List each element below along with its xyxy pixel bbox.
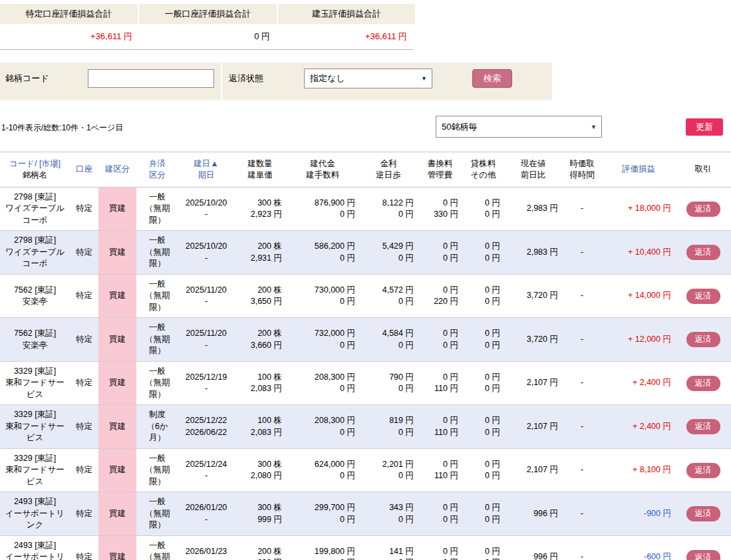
- repay-button[interactable]: 返済: [686, 245, 720, 260]
- column-header-price-time: 時価取得時間: [562, 152, 602, 188]
- repay-button[interactable]: 返済: [686, 506, 720, 521]
- cell-amount-fee: 732,000 円 0 円: [286, 318, 359, 362]
- column-header-rewrite-fee: 書換料管理費: [418, 152, 462, 188]
- cell-account: 特定: [70, 187, 98, 231]
- cell-current-price: 2,107 円: [504, 361, 562, 405]
- cell-rewrite-mgmt: 0 円 220 円: [418, 274, 462, 318]
- column-header-pnl[interactable]: 評価損益: [602, 152, 675, 188]
- repay-button[interactable]: 返済: [686, 550, 720, 560]
- stock-lending-fee: 0 円: [466, 459, 500, 471]
- interest: 790 円: [363, 372, 414, 384]
- unit-price: 999 円: [238, 557, 282, 560]
- contract-amount: 586,200 円: [290, 241, 355, 253]
- repay-button[interactable]: 返済: [686, 289, 720, 304]
- repayment-status-value: 指定なし: [310, 72, 345, 84]
- position-row: 2493 [東証] イーサポートリンク 特定 買建 一般 （無期限） 2026/…: [0, 492, 731, 536]
- cell-account: 特定: [70, 535, 98, 560]
- column-header-amount: 建代金建手数料: [286, 152, 359, 188]
- cell-trade-type: 買建: [98, 535, 136, 560]
- cell-trade: 返済: [675, 187, 731, 231]
- cell-lending-other: 0 円 0 円: [462, 405, 504, 449]
- pnl-value: + 2,400 円: [602, 405, 675, 449]
- pnl-value: -600 円: [602, 535, 675, 560]
- rewrite-fee: 0 円: [422, 328, 458, 340]
- cell-current-price: 2,983 円: [504, 231, 562, 275]
- column-header-account[interactable]: 口座: [70, 152, 98, 188]
- commission: 0 円: [290, 296, 355, 308]
- quantity: 300 株: [238, 459, 282, 471]
- per-page-select[interactable]: 50銘柄毎 ▼: [436, 116, 602, 138]
- cell-amount-fee: 208,300 円 0 円: [286, 361, 359, 405]
- repayment-type: 一般: [140, 192, 174, 204]
- other-fee: 0 円: [466, 296, 500, 308]
- repay-button[interactable]: 返済: [686, 332, 720, 347]
- cell-repayment-type: 一般 （無期限）: [136, 492, 178, 536]
- column-header-label: 書換料: [419, 158, 461, 170]
- interest: 4,572 円: [363, 285, 414, 297]
- refresh-button[interactable]: 更新: [686, 118, 723, 136]
- cell-code-name: 3329 [東証] 東和フードサービス: [0, 361, 70, 405]
- quantity: 200 株: [238, 285, 282, 297]
- other-fee: 0 円: [466, 383, 500, 395]
- summary-value-row: +36,611 円0 円+36,611 円: [0, 24, 414, 50]
- repay-button[interactable]: 返済: [686, 463, 720, 478]
- open-date: 2025/11/20: [182, 328, 230, 340]
- cell-account: 特定: [70, 361, 98, 405]
- stock-code-label: 銘柄コード: [5, 72, 88, 84]
- open-date: 2025/10/20: [182, 198, 230, 210]
- commission: 0 円: [290, 514, 355, 526]
- column-header-label: 建手数料: [287, 170, 358, 181]
- management-fee: 110 円: [422, 427, 458, 439]
- column-header-lending-fee: 貸株料その他: [462, 152, 504, 188]
- cell-rewrite-mgmt: 0 円 330 円: [418, 187, 462, 231]
- unit-price: 3,650 円: [238, 296, 282, 308]
- stock-name: 安楽亭: [4, 340, 66, 352]
- cell-amount-fee: 730,000 円 0 円: [286, 274, 359, 318]
- stock-code-input[interactable]: [88, 69, 214, 88]
- column-header-code-name[interactable]: コード/ [市場]銘柄名: [0, 152, 70, 188]
- due-date: -: [182, 470, 230, 482]
- stock-name: ワイズテーブルコーポ: [4, 203, 66, 226]
- due-date: -: [182, 340, 230, 352]
- column-header-label: 現在値: [506, 158, 561, 170]
- position-row: 2798 [東証] ワイズテーブルコーポ 特定 買建 一般 （無期限） 2025…: [0, 187, 731, 231]
- open-date: 2025/12/19: [182, 372, 230, 384]
- cell-lending-other: 0 円 0 円: [462, 187, 504, 231]
- unit-price: 2,080 円: [238, 470, 282, 482]
- column-header-repayment-type[interactable]: 弁済区分: [136, 152, 178, 188]
- cell-dates: 2025/12/24 -: [178, 448, 234, 492]
- summary-value: +36,611 円: [275, 24, 412, 49]
- repayment-type: 一般: [140, 496, 174, 508]
- column-header-current-price: 現在値前日比: [504, 152, 562, 188]
- cell-dates: 2025/11/20 -: [178, 274, 234, 318]
- column-header-trade-type[interactable]: 建区分: [98, 152, 136, 188]
- cell-repayment-type: 一般 （無期限）: [136, 448, 178, 492]
- cell-rewrite-mgmt: 0 円 110 円: [418, 405, 462, 449]
- summary-header: 特定口座評価損益合計: [0, 4, 138, 24]
- cell-account: 特定: [70, 231, 98, 275]
- repayment-type: 一般: [140, 366, 174, 378]
- repayment-status-select[interactable]: 指定なし ▼: [304, 69, 432, 88]
- cell-current-price: 2,107 円: [504, 405, 562, 449]
- contract-amount: 624,000 円: [290, 459, 355, 471]
- repay-button[interactable]: 返済: [686, 376, 720, 391]
- cell-code-name: 2493 [東証] イーサポートリンク: [0, 535, 70, 560]
- column-header-open-date[interactable]: 建日▲期日: [178, 152, 234, 188]
- cell-quantity-price: 300 株 999 円: [234, 492, 286, 536]
- column-header-label: 金利: [361, 158, 416, 170]
- repay-button[interactable]: 返済: [686, 202, 720, 217]
- unit-price: 2,931 円: [238, 253, 282, 265]
- cell-account: 特定: [70, 274, 98, 318]
- other-fee: 0 円: [466, 209, 500, 221]
- column-header-trade: 取引: [675, 152, 731, 188]
- repayment-term: （無期限）: [140, 203, 174, 226]
- column-header-label: 評価損益: [603, 164, 674, 175]
- chevron-down-icon: ▼: [591, 124, 597, 130]
- other-fee: 0 円: [466, 427, 500, 439]
- column-header-label: 貸株料: [464, 158, 503, 170]
- other-fee: 0 円: [466, 253, 500, 265]
- search-button[interactable]: 検索: [472, 69, 512, 88]
- repay-button[interactable]: 返済: [686, 419, 720, 434]
- management-fee: 110 円: [422, 383, 458, 395]
- due-date: -: [182, 383, 230, 395]
